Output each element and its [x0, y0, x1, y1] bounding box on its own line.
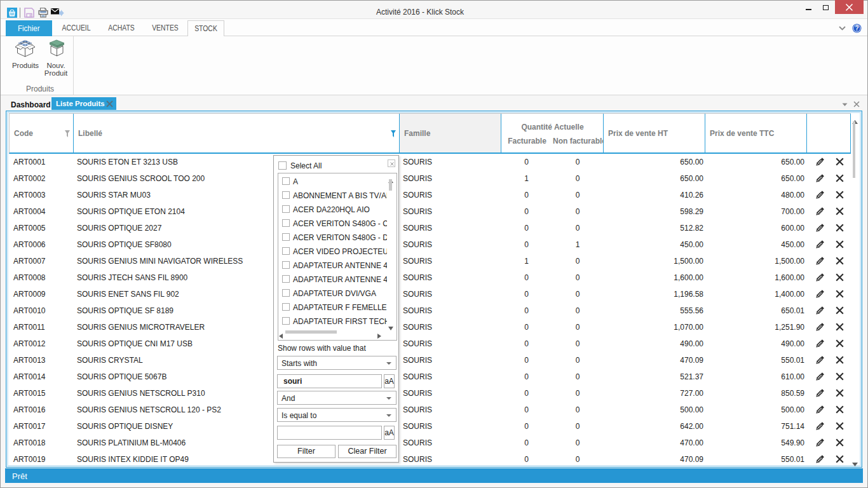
svg-text:?: ? — [855, 25, 858, 32]
